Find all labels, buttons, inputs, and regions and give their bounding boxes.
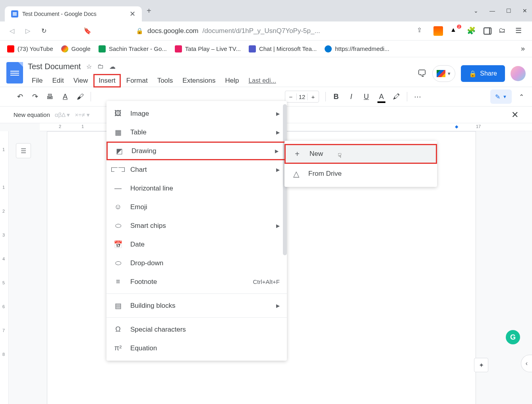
insert-emoji[interactable]: ☺Emoji <box>106 198 287 216</box>
explore-button[interactable]: ✦ <box>474 358 488 372</box>
move-folder-icon[interactable]: 🗀 <box>97 63 104 70</box>
document-title[interactable]: Test Document <box>28 62 81 71</box>
close-equation-bar-icon[interactable]: ✕ <box>511 110 518 120</box>
collapse-toolbar-icon[interactable]: ⌃ <box>519 93 524 101</box>
font-size-inc[interactable]: + <box>308 93 319 100</box>
google-icon <box>61 45 68 52</box>
minimize-icon[interactable]: — <box>489 8 495 14</box>
comments-icon[interactable]: 🗨 <box>417 68 427 79</box>
browser-menu-icon[interactable]: ☰ <box>515 26 525 36</box>
bookmark-page-icon[interactable]: 🔖 <box>83 26 92 36</box>
spellcheck-button[interactable]: A <box>59 90 72 103</box>
menu-view[interactable]: View <box>70 75 92 86</box>
blocks-icon: ▤ <box>114 301 122 310</box>
menu-help[interactable]: Help <box>221 75 243 86</box>
paint-format-button[interactable]: 🖌 <box>74 90 87 103</box>
highlight-button[interactable]: 🖍 <box>390 90 403 103</box>
maximize-icon[interactable]: ☐ <box>506 8 511 14</box>
drive-icon: △ <box>292 169 300 178</box>
chevron-right-icon: ▶ <box>276 223 280 229</box>
hr-icon: — <box>114 184 122 193</box>
table-icon: ▦ <box>114 128 122 137</box>
more-tools-button[interactable]: ⋯ <box>411 90 424 103</box>
new-equation-button[interactable]: New equation <box>14 111 50 118</box>
dropdown-icon: ⬭ <box>114 259 122 268</box>
bold-button[interactable]: B <box>330 90 342 103</box>
menubar: File Edit View Insert Format Tools Exten… <box>28 74 412 87</box>
sheets-icon <box>99 45 106 52</box>
tab-title: Test Document - Google Docs <box>22 11 126 17</box>
bookmarks-bar: (73) YouTube Google Sachin Tracker - Go.… <box>0 41 532 57</box>
drawing-new[interactable]: +New <box>284 144 437 164</box>
star-icon[interactable]: ☆ <box>86 63 92 70</box>
menu-tools[interactable]: Tools <box>153 75 177 86</box>
account-avatar[interactable] <box>511 66 526 81</box>
cloud-status-icon[interactable]: ☁ <box>109 63 116 70</box>
insert-chart[interactable]: ⫍⫎Chart▶ <box>106 160 287 179</box>
insert-dropdown[interactable]: ⬭Drop-down <box>106 254 287 272</box>
bookmark-youtube[interactable]: (73) YouTube <box>7 45 53 52</box>
insert-table[interactable]: ▦Table▶ <box>106 123 287 142</box>
menu-extensions[interactable]: Extensions <box>178 75 219 86</box>
onedrive-icon <box>325 45 332 52</box>
eq-ops-icon[interactable]: ×÷≠ ▾ <box>75 111 89 118</box>
browser-tab[interactable]: Test Document - Google Docs ✕ <box>5 6 142 21</box>
url-host: docs.google.com <box>147 27 199 35</box>
menu-file[interactable]: File <box>28 75 46 86</box>
bookmark-teams[interactable]: Chat | Microsoft Tea... <box>249 45 317 52</box>
window-controls: ⌄ — ☐ ✕ <box>474 8 527 14</box>
insert-equation[interactable]: π²Equation <box>106 339 287 357</box>
share-button[interactable]: 🔒Share <box>461 65 505 82</box>
insert-drawing[interactable]: ◩Drawing▶ <box>106 142 287 160</box>
close-window-icon[interactable]: ✕ <box>522 8 527 14</box>
back-button[interactable]: ◁ <box>7 26 17 36</box>
wallet-icon[interactable]: 🗂 <box>499 26 508 36</box>
brave-icon[interactable] <box>433 26 443 36</box>
chevron-right-icon: ▶ <box>276 167 280 173</box>
italic-button[interactable]: I <box>345 90 358 103</box>
bookmarks-overflow-icon[interactable]: » <box>521 45 525 53</box>
editing-mode-button[interactable]: ✎ ▼ <box>490 89 512 104</box>
omega-icon: Ω <box>114 325 122 334</box>
date-icon: 📅 <box>114 240 122 249</box>
share-url-icon[interactable]: ⇪ <box>417 26 426 36</box>
bookmark-onedrive[interactable]: https://framedmedi... <box>325 45 389 52</box>
insert-special-chars[interactable]: ΩSpecial characters <box>106 320 287 339</box>
bookmark-tata[interactable]: Tata Play – Live TV... <box>175 45 241 52</box>
insert-smart-chips[interactable]: ⬭Smart chips▶ <box>106 216 287 235</box>
sidepanel-icon[interactable] <box>484 27 491 35</box>
grammarly-icon[interactable]: G <box>506 330 520 344</box>
text-color-button[interactable]: A <box>375 90 388 103</box>
insert-building-blocks[interactable]: ▤Building blocks▶ <box>106 296 287 315</box>
new-tab-button[interactable]: + <box>147 6 151 16</box>
insert-footnote[interactable]: ≡FootnoteCtrl+Alt+F <box>106 272 287 291</box>
eq-greek-icon[interactable]: αβΔ ▾ <box>55 111 70 118</box>
font-size-dec[interactable]: − <box>285 93 296 100</box>
forward-button[interactable]: ▷ <box>23 26 33 36</box>
insert-image[interactable]: 🖼Image▶ <box>106 104 287 123</box>
undo-button[interactable]: ↶ <box>14 90 26 103</box>
menu-format[interactable]: Format <box>122 75 152 86</box>
menu-edit[interactable]: Edit <box>48 75 68 86</box>
reload-button[interactable]: ↻ <box>39 26 48 36</box>
brave-shield-icon[interactable]: 2▲ <box>450 26 460 36</box>
print-button[interactable]: 🖶 <box>44 90 56 103</box>
insert-hr[interactable]: —Horizontal line <box>106 179 287 198</box>
font-size-value[interactable]: 12 <box>296 93 308 100</box>
extensions-icon[interactable]: 🧩 <box>467 26 476 36</box>
underline-button[interactable]: U <box>360 90 373 103</box>
meet-button[interactable]: ▼ <box>432 65 455 82</box>
drawing-from-drive[interactable]: △From Drive <box>284 164 437 184</box>
url-field[interactable]: 🔒 docs.google.com/document/d/1hP_y_UsnQ7… <box>130 24 353 38</box>
menu-insert[interactable]: Insert <box>93 74 121 87</box>
bookmark-google[interactable]: Google <box>61 45 91 52</box>
redo-button[interactable]: ↷ <box>29 90 41 103</box>
close-tab-icon[interactable]: ✕ <box>130 10 135 18</box>
bookmark-sheets[interactable]: Sachin Tracker - Go... <box>99 45 167 52</box>
vertical-ruler[interactable]: 1 1 2 3 4 5 6 7 8 <box>0 131 9 404</box>
chevron-down-icon[interactable]: ⌄ <box>474 8 478 14</box>
insert-date[interactable]: 📅Date <box>106 235 287 254</box>
last-edit-link[interactable]: Last edi... <box>248 77 276 84</box>
docs-logo-icon[interactable] <box>6 62 23 84</box>
document-outline-button[interactable]: ☰ <box>16 143 31 158</box>
